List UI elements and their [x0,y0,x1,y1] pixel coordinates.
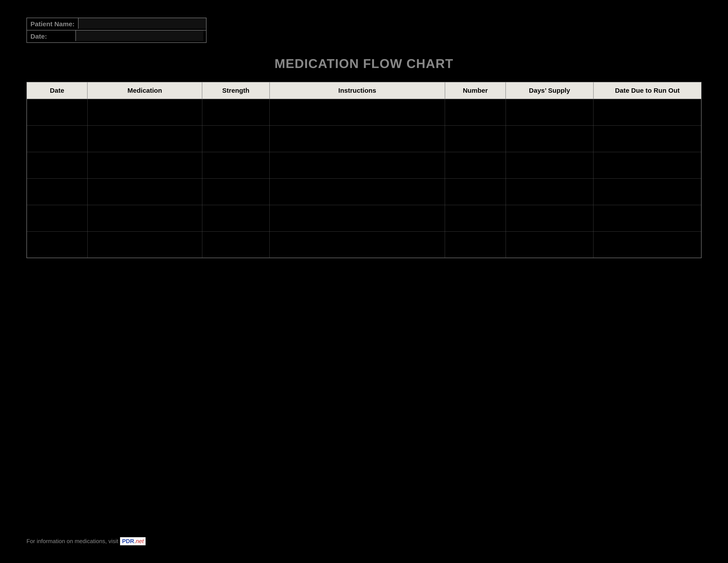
col-header-number: Number [445,82,506,99]
table-cell[interactable] [270,178,445,205]
table-cell[interactable] [202,178,270,205]
patient-name-input[interactable] [78,18,206,29]
table-cell[interactable] [445,125,506,152]
table-cell[interactable] [202,152,270,178]
col-header-strength: Strength [202,82,270,99]
table-cell[interactable] [593,231,701,258]
table-cell[interactable] [87,125,202,152]
table-cell[interactable] [27,125,87,152]
table-row [27,125,701,152]
table-cell[interactable] [506,125,593,152]
table-cell[interactable] [270,125,445,152]
page: Patient Name: Date: Medication Flow Char… [0,0,728,563]
patient-name-label: Patient Name: [27,18,78,30]
pdr-logo-pdr: PDR [122,538,134,544]
table-cell[interactable] [506,99,593,125]
table-header-row: Date Medication Strength Instructions Nu… [27,82,701,99]
col-header-instructions: Instructions [270,82,445,99]
table-cell[interactable] [87,205,202,231]
col-header-days-supply: Days’ Supply [506,82,593,99]
chart-title: Medication Flow Chart [26,56,702,71]
col-header-medication: Medication [87,82,202,99]
table-cell[interactable] [27,231,87,258]
table-cell[interactable] [202,125,270,152]
medication-table: Date Medication Strength Instructions Nu… [26,82,702,258]
table-cell[interactable] [270,152,445,178]
table-row [27,178,701,205]
table-cell[interactable] [27,205,87,231]
table-cell[interactable] [27,99,87,125]
table-cell[interactable] [27,178,87,205]
table-cell[interactable] [270,205,445,231]
table-cell[interactable] [87,178,202,205]
patient-name-row: Patient Name: [27,18,206,30]
table-cell[interactable] [593,125,701,152]
table-row [27,152,701,178]
table-cell[interactable] [202,205,270,231]
table-row [27,99,701,125]
table-cell[interactable] [202,99,270,125]
footer-text: For information on medications, visit [26,538,118,545]
table-cell[interactable] [270,99,445,125]
footer: For information on medications, visit PD… [26,537,146,545]
table-cell[interactable] [445,205,506,231]
table-cell[interactable] [593,152,701,178]
table-cell[interactable] [506,205,593,231]
table-cell[interactable] [593,178,701,205]
table-cell[interactable] [87,99,202,125]
date-input[interactable] [75,30,203,41]
table-cell[interactable] [593,205,701,231]
table-cell[interactable] [445,231,506,258]
date-label: Date: [27,30,75,42]
table-cell[interactable] [506,178,593,205]
table-cell[interactable] [445,152,506,178]
patient-info-box: Patient Name: Date: [26,18,206,43]
table-cell[interactable] [506,231,593,258]
table-row [27,231,701,258]
col-header-date-due: Date Due to Run Out [593,82,701,99]
table-cell[interactable] [87,231,202,258]
pdr-logo-net: net [136,538,144,544]
table-row [27,205,701,231]
table-cell[interactable] [593,99,701,125]
table-cell[interactable] [445,178,506,205]
table-cell[interactable] [87,152,202,178]
pdr-logo[interactable]: PDR.net [120,537,146,545]
table-cell[interactable] [202,231,270,258]
table-cell[interactable] [445,99,506,125]
col-header-date: Date [27,82,87,99]
table-cell[interactable] [506,152,593,178]
table-cell[interactable] [270,231,445,258]
date-row: Date: [27,30,206,42]
table-cell[interactable] [27,152,87,178]
